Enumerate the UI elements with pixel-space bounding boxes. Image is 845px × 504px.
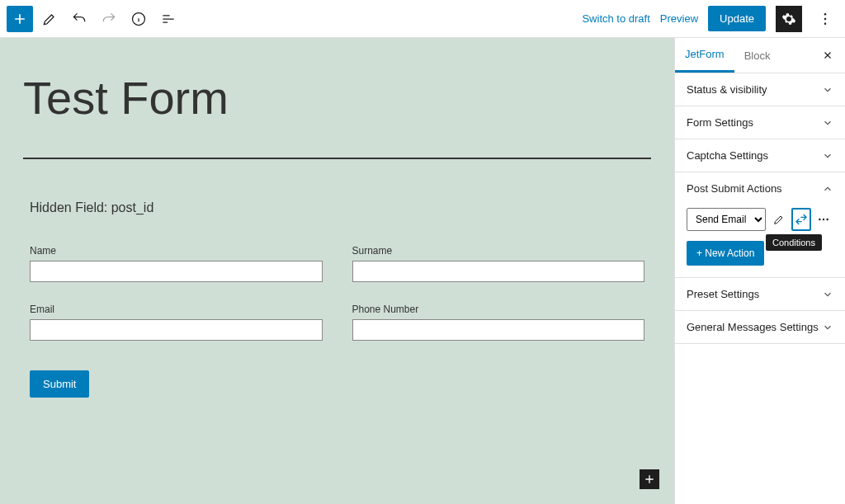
svg-point-3 — [824, 22, 827, 25]
settings-sidebar: JetForm Block Status & visibility Form S… — [674, 38, 845, 504]
chevron-up-icon — [822, 183, 833, 195]
action-type-select[interactable]: Send Email — [687, 208, 766, 231]
chevron-down-icon — [822, 322, 833, 333]
panel-captcha: Captcha Settings — [675, 139, 845, 172]
panel-title: General Messages Settings — [687, 321, 819, 333]
phone-input[interactable] — [352, 319, 645, 341]
panel-title: Form Settings — [687, 116, 753, 129]
panel-head-preset[interactable]: Preset Settings — [675, 278, 845, 310]
more-action-button[interactable] — [814, 208, 833, 231]
conditions-tooltip: Conditions — [766, 234, 822, 251]
email-input[interactable] — [30, 319, 323, 341]
toolbar-left — [7, 6, 182, 32]
page-title[interactable]: Test Form — [23, 71, 651, 125]
details-button[interactable] — [125, 6, 152, 32]
svg-point-4 — [819, 219, 821, 220]
divider — [23, 158, 651, 159]
panel-title: Status & visibility — [687, 83, 767, 96]
add-block-corner-button[interactable] — [640, 469, 659, 489]
svg-point-1 — [824, 12, 827, 14]
panel-body-post-submit: Send Email Conditions + New Action — [675, 205, 845, 277]
submit-button[interactable]: Submit — [30, 370, 89, 398]
name-input[interactable] — [30, 261, 323, 282]
tab-jetform[interactable]: JetForm — [675, 38, 734, 73]
action-row: Send Email Conditions — [687, 208, 833, 231]
editor-canvas[interactable]: Test Form Hidden Field: post_id Name Sur… — [0, 38, 674, 504]
field-label: Email — [30, 304, 323, 315]
svg-point-5 — [823, 219, 824, 220]
undo-button[interactable] — [66, 6, 92, 32]
surname-input[interactable] — [352, 261, 645, 282]
preview-link[interactable]: Preview — [660, 12, 698, 25]
chevron-down-icon — [822, 289, 833, 300]
toolbar-right: Switch to draft Preview Update — [582, 6, 838, 32]
close-sidebar-button[interactable] — [819, 46, 837, 64]
field-label: Surname — [352, 245, 645, 257]
panel-head-general-messages[interactable]: General Messages Settings — [675, 311, 845, 343]
hidden-field-block[interactable]: Hidden Field: post_id — [30, 200, 651, 215]
switch-draft-link[interactable]: Switch to draft — [582, 12, 649, 25]
panel-head-post-submit[interactable]: Post Submit Actions — [675, 172, 845, 205]
field-email[interactable]: Email — [30, 304, 323, 341]
tab-block[interactable]: Block — [734, 40, 781, 72]
svg-point-6 — [827, 219, 828, 220]
panel-title: Preset Settings — [687, 288, 759, 300]
redo-button[interactable] — [96, 6, 122, 32]
chevron-down-icon — [822, 84, 833, 96]
panel-preset: Preset Settings — [675, 278, 845, 311]
outline-button[interactable] — [155, 6, 182, 32]
panel-status: Status & visibility — [675, 73, 845, 106]
options-button[interactable] — [812, 6, 838, 32]
panel-general-messages: General Messages Settings — [675, 311, 845, 344]
edit-mode-button[interactable] — [36, 6, 63, 32]
add-block-button[interactable] — [7, 6, 33, 32]
conditions-button[interactable] — [791, 208, 811, 231]
top-toolbar: Switch to draft Preview Update — [0, 0, 845, 38]
field-label: Phone Number — [352, 304, 645, 315]
chevron-down-icon — [822, 117, 833, 129]
panel-head-form-settings[interactable]: Form Settings — [675, 106, 845, 139]
sidebar-tabs: JetForm Block — [675, 38, 845, 73]
update-button[interactable]: Update — [708, 6, 766, 31]
panel-form-settings: Form Settings — [675, 106, 845, 139]
field-name[interactable]: Name — [30, 245, 323, 282]
form-fields-grid: Name Surname Email Phone Number — [23, 245, 651, 341]
panel-post-submit: Post Submit Actions Send Email — [675, 172, 845, 278]
edit-action-button[interactable] — [769, 208, 788, 231]
panel-head-status[interactable]: Status & visibility — [675, 73, 845, 106]
settings-button[interactable] — [776, 6, 802, 32]
svg-point-2 — [824, 17, 827, 20]
field-phone[interactable]: Phone Number — [352, 304, 645, 341]
main-area: Test Form Hidden Field: post_id Name Sur… — [0, 38, 845, 504]
field-surname[interactable]: Surname — [352, 245, 645, 282]
chevron-down-icon — [822, 150, 833, 162]
panel-title: Post Submit Actions — [687, 182, 782, 195]
field-label: Name — [30, 245, 323, 257]
panel-title: Captcha Settings — [687, 149, 768, 162]
panel-head-captcha[interactable]: Captcha Settings — [675, 139, 845, 172]
new-action-button[interactable]: + New Action — [687, 241, 764, 266]
